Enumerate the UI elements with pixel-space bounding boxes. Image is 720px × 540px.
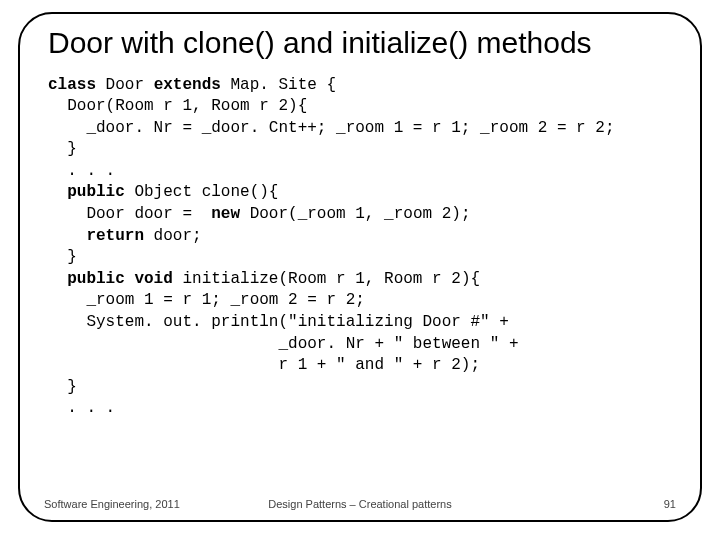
kw-class: class <box>48 76 96 94</box>
code-line: . . . <box>48 399 115 417</box>
kw-public-void: public void <box>67 270 173 288</box>
code-line: Door(Room r 1, Room r 2){ <box>48 97 307 115</box>
code-text <box>48 270 67 288</box>
footer-left: Software Engineering, 2011 <box>44 498 180 510</box>
code-line: } <box>48 140 77 158</box>
kw-new: new <box>211 205 240 223</box>
kw-return: return <box>86 227 144 245</box>
code-line: } <box>48 248 77 266</box>
kw-extends: extends <box>154 76 221 94</box>
code-text: Map. Site { <box>221 76 336 94</box>
code-line: r 1 + " and " + r 2); <box>48 356 480 374</box>
slide-frame: Door with clone() and initialize() metho… <box>18 12 702 522</box>
slide-title: Door with clone() and initialize() metho… <box>48 26 678 61</box>
code-line: System. out. println("initializing Door … <box>48 313 509 331</box>
code-text: Door <box>96 76 154 94</box>
slide: Door with clone() and initialize() metho… <box>0 0 720 540</box>
code-line: _door. Nr + " between " + <box>48 335 518 353</box>
code-text: Door(_room 1, _room 2); <box>240 205 470 223</box>
code-text <box>48 183 67 201</box>
code-line: _door. Nr = _door. Cnt++; _room 1 = r 1;… <box>48 119 615 137</box>
code-text: door; <box>144 227 202 245</box>
code-block: class Door extends Map. Site { Door(Room… <box>48 75 678 421</box>
code-text: Door door = <box>48 205 211 223</box>
kw-public: public <box>67 183 125 201</box>
code-line: . . . <box>48 162 115 180</box>
code-text <box>48 227 86 245</box>
code-text: initialize(Room r 1, Room r 2){ <box>173 270 480 288</box>
code-line: } <box>48 378 77 396</box>
code-text: Object clone(){ <box>125 183 279 201</box>
footer: Software Engineering, 2011 Design Patter… <box>44 498 676 510</box>
code-line: _room 1 = r 1; _room 2 = r 2; <box>48 291 365 309</box>
footer-page-number: 91 <box>664 498 676 510</box>
